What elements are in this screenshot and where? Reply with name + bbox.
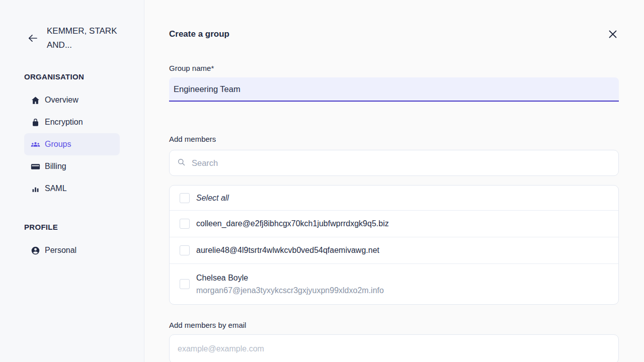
- member-search-input[interactable]: [192, 158, 610, 168]
- add-members-by-email-label: Add members by email: [169, 321, 619, 329]
- organisation-name: KEMMER, STARK AND...: [47, 24, 117, 52]
- sidebar-item-label: Personal: [45, 246, 76, 255]
- sidebar-item-label: Billing: [45, 162, 66, 171]
- sidebar: KEMMER, STARK AND... ORGANISATION Overvi…: [0, 0, 144, 362]
- organisation-nav: Overview Encryption Groups: [24, 89, 120, 200]
- create-group-panel: Create a group Group name* Add members: [144, 0, 644, 362]
- profile-nav: Personal: [24, 239, 120, 261]
- lock-icon: [30, 117, 40, 127]
- sidebar-item-saml[interactable]: SAML: [24, 177, 120, 200]
- member-checkbox[interactable]: [180, 245, 190, 255]
- search-icon: [177, 157, 186, 169]
- sidebar-item-groups[interactable]: Groups: [24, 133, 120, 155]
- sidebar-item-label: Encryption: [45, 118, 83, 127]
- person-circle-icon: [30, 245, 40, 255]
- member-email: colleen_dare@e2fj8ibhcgx70kch1jubfwprrdx…: [196, 219, 389, 228]
- member-row[interactable]: Chelsea Boyle morgan67@jena3tyxykcscr3gx…: [170, 264, 618, 304]
- member-identity: Chelsea Boyle morgan67@jena3tyxykcscr3gx…: [196, 272, 384, 297]
- add-by-email-input[interactable]: [178, 344, 610, 353]
- group-name-label: Group name*: [169, 64, 619, 72]
- member-row[interactable]: aurelie48@4l9tsrtr4wlwkcvb0ved54qfaemiva…: [170, 237, 618, 264]
- close-button[interactable]: [607, 28, 619, 40]
- select-all-row[interactable]: Select all: [170, 186, 618, 211]
- member-checkbox[interactable]: [180, 219, 190, 229]
- sidebar-item-label: Overview: [45, 96, 78, 105]
- select-all-label: Select all: [196, 194, 229, 203]
- section-label-organisation: ORGANISATION: [24, 72, 144, 81]
- select-all-checkbox[interactable]: [180, 193, 190, 203]
- section-label-profile: PROFILE: [24, 223, 144, 231]
- member-checkbox[interactable]: [180, 279, 190, 289]
- people-icon: [30, 139, 40, 149]
- back-button[interactable]: [27, 32, 39, 44]
- sidebar-item-billing[interactable]: Billing: [24, 155, 120, 177]
- sidebar-item-label: Groups: [45, 140, 71, 149]
- sidebar-item-overview[interactable]: Overview: [24, 89, 120, 111]
- sidebar-item-label: SAML: [45, 184, 67, 193]
- close-icon: [607, 33, 619, 42]
- credit-card-icon: [30, 161, 40, 171]
- member-list: Select all colleen_dare@e2fj8ibhcgx70kch…: [169, 185, 619, 305]
- sidebar-item-personal[interactable]: Personal: [24, 239, 120, 261]
- add-by-email-box[interactable]: [169, 334, 619, 362]
- panel-header: Create a group: [169, 28, 619, 40]
- home-icon: [30, 95, 40, 105]
- add-members-label: Add members: [169, 135, 619, 143]
- sidebar-header: KEMMER, STARK AND...: [27, 24, 132, 52]
- member-row[interactable]: colleen_dare@e2fj8ibhcgx70kch1jubfwprrdx…: [170, 211, 618, 237]
- member-name: Chelsea Boyle: [196, 272, 384, 284]
- member-email: morgan67@jena3tyxykcscr3gxjyuxpn99xldxo2…: [196, 284, 384, 297]
- bar-chart-icon: [30, 184, 40, 194]
- sidebar-item-encryption[interactable]: Encryption: [24, 111, 120, 133]
- page-title: Create a group: [169, 29, 229, 39]
- group-name-input[interactable]: [169, 77, 619, 102]
- member-search-box[interactable]: [169, 150, 619, 176]
- arrow-left-icon: [27, 37, 39, 46]
- member-email: aurelie48@4l9tsrtr4wlwkcvb0ved54qfaemiva…: [196, 246, 379, 255]
